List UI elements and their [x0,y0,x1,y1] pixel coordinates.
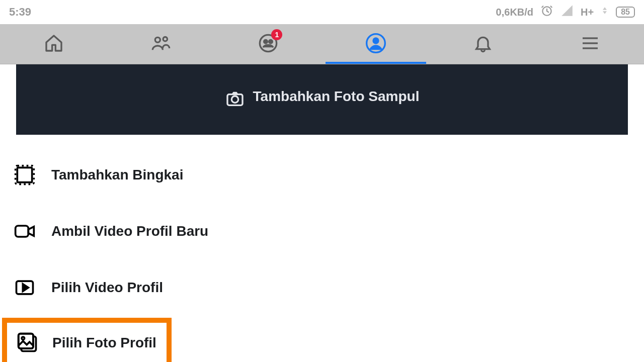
add-cover-photo[interactable]: Tambahkan Foto Sampul [16,64,628,135]
alarm-icon [540,4,553,20]
svg-rect-13 [17,167,32,182]
tab-notifications[interactable] [429,24,536,64]
svg-point-2 [163,37,167,41]
tab-friends[interactable] [107,24,214,64]
svg-point-4 [264,40,268,43]
status-right: 0,6KB/d H+ 85 [496,4,635,20]
profile-photo-options-sheet: Tambahkan Bingkai Ambil Video Profil Bar… [0,135,644,362]
menu-take-new-video[interactable]: Ambil Video Profil Baru [0,203,644,259]
bell-icon [473,33,493,55]
tab-groups[interactable]: 1 [215,24,322,64]
svg-point-5 [269,40,273,43]
svg-point-7 [372,37,379,44]
updown-icon [601,5,609,19]
hamburger-icon [580,33,600,55]
battery-percent: 85 [621,8,630,16]
status-bar: 5:39 0,6KB/d H+ 85 [0,0,644,24]
groups-badge: 1 [271,29,282,40]
home-icon [44,33,64,55]
svg-rect-15 [16,226,29,237]
menu-select-video[interactable]: Pilih Video Profil [0,259,644,316]
battery-icon: 85 [616,7,635,18]
play-box-icon [12,277,37,299]
profile-icon [366,33,386,55]
status-data-rate: 0,6KB/d [496,7,533,18]
menu-select-photo-label: Pilih Foto Profil [52,335,156,351]
menu-add-frame-label: Tambahkan Bingkai [51,167,183,183]
menu-select-photo[interactable]: Pilih Foto Profil [7,323,167,362]
add-cover-label: Tambahkan Foto Sampul [253,88,420,105]
menu-add-frame[interactable]: Tambahkan Bingkai [0,147,644,203]
frame-icon [12,164,37,186]
camera-icon [225,88,245,109]
svg-point-12 [231,96,238,103]
tab-profile[interactable] [322,24,429,64]
menu-take-video-label: Ambil Video Profil Baru [51,223,208,239]
signal-icon [560,4,574,20]
svg-point-1 [155,37,160,42]
status-time: 5:39 [9,6,31,19]
photo-icon [15,332,40,354]
menu-select-video-label: Pilih Video Profil [51,280,163,296]
network-type: H+ [581,7,594,18]
highlight-box: Pilih Foto Profil [2,318,172,362]
tab-menu[interactable] [537,24,644,64]
tab-home[interactable] [0,24,107,64]
svg-rect-18 [19,334,33,348]
friends-icon [151,33,171,55]
top-tab-bar: 1 [0,24,644,64]
video-camera-icon [12,220,37,242]
